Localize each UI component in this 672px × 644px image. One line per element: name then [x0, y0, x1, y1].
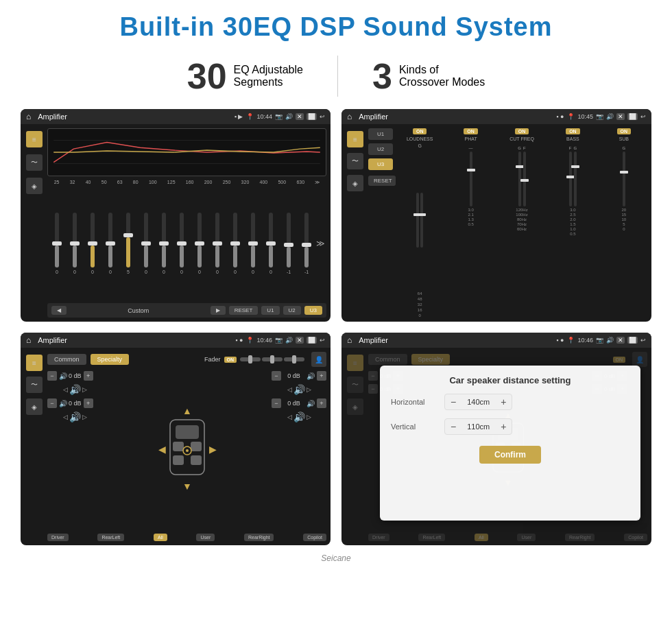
distance-back-icon[interactable]: ↩	[640, 337, 646, 344]
distance-window-icon[interactable]: ⬜	[627, 337, 638, 344]
pos-rearleft[interactable]: RearLeft	[97, 534, 124, 541]
eq-sidebar-btn-vol[interactable]: ◈	[26, 178, 43, 194]
home-icon[interactable]: ⌂	[26, 112, 31, 121]
svg-rect-9	[173, 442, 184, 451]
sp-vol-row-4: − 0 dB 🔊 +	[272, 398, 326, 408]
fader-slider-1[interactable]	[240, 357, 261, 361]
distance-home-icon[interactable]: ⌂	[347, 335, 352, 345]
distance-close-icon[interactable]: ✕	[616, 337, 625, 344]
eq-slider-4[interactable]: 0	[102, 213, 119, 274]
preset-u2[interactable]: U2	[368, 143, 393, 155]
eq-u2-btn[interactable]: U2	[283, 306, 301, 315]
speaker-bottom-bar: Driver RearLeft All User RearRight Copil…	[47, 534, 326, 541]
sp-plus-3[interactable]: +	[317, 371, 326, 381]
eq-slider-3[interactable]: 0	[84, 213, 101, 274]
fader-slider-3[interactable]	[284, 357, 304, 361]
ch-phat-on[interactable]: ON	[464, 128, 478, 134]
svg-text:▲: ▲	[182, 406, 192, 416]
speaker-sidebar-wave[interactable]: 〜	[26, 377, 43, 393]
crossover-sidebar-wave[interactable]: 〜	[347, 153, 363, 169]
sp-minus-3[interactable]: −	[272, 371, 281, 381]
dist-sidebar-wave: 〜	[347, 377, 363, 393]
eq-slider-2[interactable]: 0	[67, 213, 83, 274]
crossover-reset-btn[interactable]: RESET	[368, 176, 396, 186]
speaker-home-icon[interactable]: ⌂	[26, 335, 31, 345]
ch-cutfreq-on[interactable]: ON	[515, 128, 529, 134]
sp-minus-4[interactable]: −	[272, 398, 281, 408]
ch-bass-on[interactable]: ON	[566, 128, 580, 134]
crossover-sidebar-eq[interactable]: ≡	[347, 131, 363, 147]
fader-on-btn[interactable]: ON	[224, 357, 237, 363]
distance-dialog: Car speaker distance setting Horizontal …	[380, 366, 640, 521]
speaker-close-icon[interactable]: ✕	[296, 337, 304, 344]
location-icon: 📍	[246, 113, 254, 120]
dialog-vertical-minus[interactable]: −	[451, 421, 456, 432]
sp-minus-1[interactable]: −	[47, 371, 57, 381]
eq-slider-15[interactable]: -1	[298, 213, 315, 274]
eq-slider-7[interactable]: 0	[156, 213, 172, 274]
pos-all[interactable]: All	[154, 534, 167, 541]
dialog-title: Car speaker distance setting	[391, 375, 629, 385]
eq-prev-btn[interactable]: ◀	[51, 306, 67, 315]
sp-plus-2[interactable]: +	[84, 398, 93, 408]
eq-more-btn[interactable]: ≫	[316, 239, 325, 248]
crossover-stat: 3 Kinds of Crossover Modes	[338, 58, 519, 94]
eq-slider-11[interactable]: 0	[227, 213, 243, 274]
camera-icon: 📷	[275, 113, 283, 120]
speaker-window-icon[interactable]: ⬜	[307, 337, 317, 344]
eq-sidebar-btn-wave[interactable]: 〜	[26, 154, 43, 171]
eq-u1-btn[interactable]: U1	[261, 306, 279, 315]
crossover-close-icon[interactable]: ✕	[616, 113, 625, 120]
svg-rect-12	[191, 455, 202, 465]
speaker-camera-icon: 📷	[275, 337, 283, 344]
window-icon[interactable]: ⬜	[307, 113, 317, 120]
ch-loudness-on[interactable]: ON	[413, 128, 427, 134]
eq-u3-btn[interactable]: U3	[304, 306, 322, 315]
fader-slider-2[interactable]	[262, 357, 283, 361]
eq-slider-12[interactable]: 0	[245, 213, 261, 274]
eq-slider-14[interactable]: -1	[280, 213, 297, 274]
crossover-volume-icon: 🔊	[606, 113, 614, 120]
dialog-confirm-button[interactable]: Confirm	[479, 446, 541, 464]
eq-slider-9[interactable]: 0	[191, 213, 208, 274]
sp-minus-2[interactable]: −	[47, 398, 57, 408]
dialog-horizontal-minus[interactable]: −	[451, 396, 456, 407]
crossover-sidebar-vol[interactable]: ◈	[347, 175, 363, 191]
eq-slider-13[interactable]: 0	[263, 213, 279, 274]
eq-slider-8[interactable]: 0	[173, 213, 190, 274]
eq-sidebar-btn-eq[interactable]: ≡	[26, 131, 43, 147]
sp-plus-1[interactable]: +	[84, 371, 93, 381]
pos-copilot[interactable]: Copilot	[303, 534, 326, 541]
eq-slider-1[interactable]: 0	[49, 213, 65, 274]
eq-slider-6[interactable]: 0	[138, 213, 154, 274]
eq-graph	[47, 128, 326, 176]
eq-label-line1: EQ Adjustable	[234, 64, 303, 76]
crossover-back-icon[interactable]: ↩	[640, 113, 646, 120]
pos-user[interactable]: User	[196, 534, 215, 541]
eq-slider-5[interactable]: 5	[120, 213, 136, 274]
distance-screen: ⌂ Amplifier ▪ ● 📍 10:46 📷 🔊 ✕ ⬜ ↩ ≡ 〜	[341, 333, 651, 545]
sp-plus-4[interactable]: +	[317, 398, 326, 408]
speaker-tab-specialty[interactable]: Specialty	[91, 354, 130, 365]
eq-next-btn[interactable]: ▶	[211, 306, 226, 315]
speaker-tab-common[interactable]: Common	[47, 354, 86, 365]
ch-sub-on[interactable]: ON	[617, 128, 632, 134]
eq-slider-10[interactable]: 0	[209, 213, 226, 274]
eq-reset-btn[interactable]: RESET	[229, 306, 259, 315]
close-icon[interactable]: ✕	[296, 113, 304, 120]
preset-u1[interactable]: U1	[368, 128, 393, 140]
distance-volume-icon: 🔊	[606, 337, 614, 344]
speaker-sidebar-eq[interactable]: ≡	[26, 355, 43, 371]
crossover-home-icon[interactable]: ⌂	[347, 112, 352, 121]
dialog-vertical-plus[interactable]: +	[501, 421, 506, 432]
speaker-back-icon[interactable]: ↩	[320, 337, 325, 344]
pos-rearright[interactable]: RearRight	[244, 534, 274, 541]
back-icon[interactable]: ↩	[320, 113, 325, 120]
speaker-sidebar-vol[interactable]: ◈	[26, 398, 43, 415]
preset-u3[interactable]: U3	[368, 158, 393, 170]
speaker-user-icon[interactable]: 👤	[311, 352, 326, 367]
speaker-icon-row-2: ◁🔊▷	[47, 412, 102, 422]
crossover-window-icon[interactable]: ⬜	[627, 113, 638, 120]
pos-driver[interactable]: Driver	[47, 534, 69, 541]
dialog-horizontal-plus[interactable]: +	[501, 396, 506, 407]
